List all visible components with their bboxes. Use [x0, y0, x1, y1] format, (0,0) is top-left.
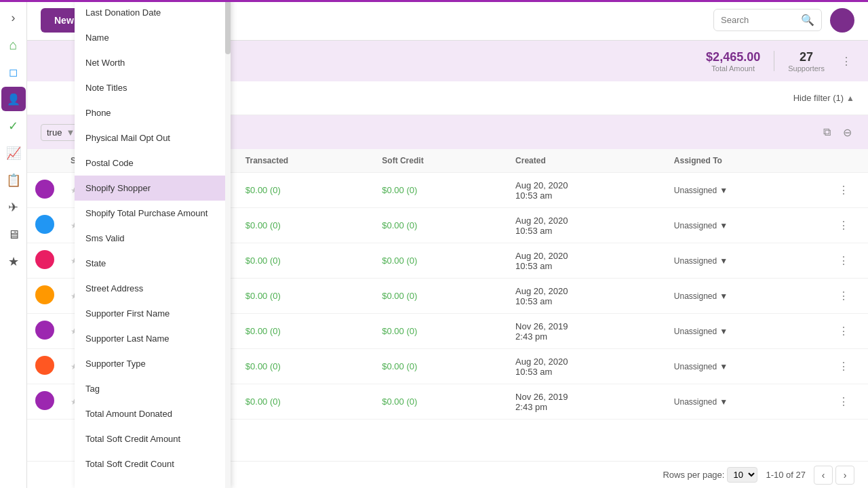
col-soft-credit[interactable]: Soft Credit — [374, 149, 507, 173]
row-menu-icon[interactable]: ⋮ — [835, 287, 852, 304]
row-transacted-cell: $0.00 (0) — [237, 208, 374, 243]
row-menu-icon[interactable]: ⋮ — [835, 217, 852, 234]
sidebar-reports[interactable]: 📈 — [1, 141, 26, 165]
row-actions-cell: ⋮ — [827, 208, 868, 243]
dropdown-item[interactable]: Supporter Type — [75, 351, 231, 376]
assigned-to-select[interactable]: Unassigned ▼ — [674, 362, 819, 371]
total-amount-stat: $2,465.00 Total Amount — [706, 50, 760, 73]
dropdown-item[interactable]: Physical Mail Opt Out — [75, 125, 231, 150]
row-actions-cell: ⋮ — [827, 314, 868, 349]
dropdown-item[interactable]: Supporter Last Name — [75, 326, 231, 351]
sidebar-home[interactable]: ⌂ — [1, 33, 26, 57]
dropdown-item[interactable]: Postal Code — [75, 150, 231, 176]
rows-per-page-label: Rows per page: — [663, 470, 724, 480]
row-created-cell: Nov 26, 2019 2:43 pm — [507, 384, 666, 420]
dropdown-item[interactable]: Supporter First Name — [75, 301, 231, 326]
assigned-to-select[interactable]: Unassigned ▼ — [674, 256, 819, 266]
rows-per-page: Rows per page: 10 25 50 — [663, 467, 757, 483]
assigned-to-value: Unassigned — [674, 397, 717, 407]
row-assigned-cell: Unassigned ▼ — [666, 314, 827, 349]
col-created[interactable]: Created — [507, 149, 666, 173]
row-assigned-cell: Unassigned ▼ — [666, 384, 827, 420]
row-avatar-cell — [27, 349, 62, 384]
col-assigned-to[interactable]: Assigned To — [666, 149, 827, 173]
row-avatar-cell — [27, 279, 62, 314]
page-nav: ‹ › — [814, 466, 854, 485]
chevron-up-icon: ▲ — [846, 94, 854, 103]
assigned-to-value: Unassigned — [674, 221, 717, 230]
sidebar-supporters[interactable]: 👤 — [1, 87, 26, 111]
remove-icon[interactable]: ⊖ — [840, 123, 854, 142]
dropdown-item[interactable]: Total Amount Donated — [75, 401, 231, 426]
assigned-to-value: Unassigned — [674, 256, 717, 266]
dropdown-item[interactable]: Total Soft Credit Amount — [75, 426, 231, 451]
stat-divider — [774, 51, 774, 71]
assigned-to-select[interactable]: Unassigned ▼ — [674, 397, 819, 407]
prev-page-button[interactable]: ‹ — [814, 466, 833, 485]
row-created-cell: Aug 20, 2020 10:53 am — [507, 243, 666, 279]
assigned-to-select[interactable]: Unassigned ▼ — [674, 221, 819, 230]
dropdown-item[interactable]: Shopify Total Purchase Amount — [75, 201, 231, 226]
row-menu-icon[interactable]: ⋮ — [835, 358, 852, 375]
dropdown-item[interactable]: Shopify Shopper — [75, 176, 231, 201]
sidebar-campaigns[interactable]: ✈ — [1, 195, 26, 220]
sidebar-favorites[interactable]: ★ — [1, 249, 26, 274]
top-accent-bar — [0, 0, 868, 2]
next-page-button[interactable]: › — [835, 466, 854, 485]
dropdown-item[interactable]: Sms Valid — [75, 226, 231, 251]
sidebar-collapse[interactable]: › — [1, 5, 26, 30]
sidebar-admin[interactable]: 🖥 — [1, 222, 26, 247]
dropdown-item[interactable]: Tag — [75, 376, 231, 401]
search-icon: 🔍 — [801, 14, 814, 26]
row-actions-cell: ⋮ — [827, 243, 868, 279]
row-menu-icon[interactable]: ⋮ — [835, 323, 852, 340]
row-soft-credit-cell: $0.00 (0) — [374, 314, 507, 349]
row-soft-credit-cell: $0.00 (0) — [374, 349, 507, 384]
row-actions-cell: ⋮ — [827, 173, 868, 208]
dropdown-item[interactable]: Phone — [75, 100, 231, 125]
assigned-chevron-icon: ▼ — [719, 362, 728, 371]
row-soft-credit-cell: $0.00 (0) — [374, 279, 507, 314]
dropdown-item[interactable]: Net Worth — [75, 50, 231, 75]
dropdown-item[interactable]: Note Titles — [75, 75, 231, 100]
row-assigned-cell: Unassigned ▼ — [666, 243, 827, 279]
row-menu-icon[interactable]: ⋮ — [835, 182, 852, 199]
stats-menu-icon[interactable]: ⋮ — [838, 52, 854, 70]
assigned-to-select[interactable]: Unassigned ▼ — [674, 186, 819, 195]
dropdown-item[interactable]: State — [75, 251, 231, 276]
sidebar-dashboard[interactable]: ◻ — [1, 60, 26, 84]
assigned-chevron-icon: ▼ — [719, 327, 728, 336]
supporters-count-stat: 27 Supporters — [788, 50, 825, 73]
sidebar-tasks[interactable]: ✓ — [1, 114, 26, 138]
row-menu-icon[interactable]: ⋮ — [835, 393, 852, 410]
dropdown-item[interactable]: Street Address — [75, 276, 231, 301]
search-box[interactable]: 🔍 — [713, 9, 822, 31]
row-avatar-cell — [27, 384, 62, 420]
row-avatar-cell — [27, 173, 62, 208]
col-avatar — [27, 149, 62, 173]
sidebar-notes[interactable]: 📋 — [1, 168, 26, 192]
dropdown-item[interactable]: Last Donation Date — [75, 0, 231, 25]
avatar — [35, 321, 54, 340]
avatar — [35, 250, 54, 269]
avatar[interactable] — [830, 8, 854, 33]
assigned-chevron-icon: ▼ — [719, 186, 728, 195]
dropdown-item[interactable]: Total Soft Credit Count — [75, 451, 231, 476]
page-info: 1-10 of 27 — [766, 470, 806, 480]
hide-filter-button[interactable]: Hide filter (1) ▲ — [793, 93, 854, 103]
hide-filter-label: Hide filter (1) — [793, 93, 844, 103]
row-menu-icon[interactable]: ⋮ — [835, 252, 852, 269]
dropdown-item[interactable]: Name — [75, 25, 231, 50]
col-transacted[interactable]: Transacted — [237, 149, 374, 173]
copy-icon[interactable]: ⧉ — [821, 123, 833, 141]
row-assigned-cell: Unassigned ▼ — [666, 173, 827, 208]
assigned-to-select[interactable]: Unassigned ▼ — [674, 327, 819, 336]
filter-dropdown: Last Donation DateNameNet WorthNote Titl… — [75, 0, 231, 488]
row-created-cell: Aug 20, 2020 10:53 am — [507, 349, 666, 384]
row-actions-cell: ⋮ — [827, 279, 868, 314]
row-transacted-cell: $0.00 (0) — [237, 243, 374, 279]
search-input[interactable] — [721, 15, 797, 25]
rows-per-page-select[interactable]: 10 25 50 — [727, 467, 757, 483]
row-actions-cell: ⋮ — [827, 384, 868, 420]
assigned-to-select[interactable]: Unassigned ▼ — [674, 291, 819, 301]
